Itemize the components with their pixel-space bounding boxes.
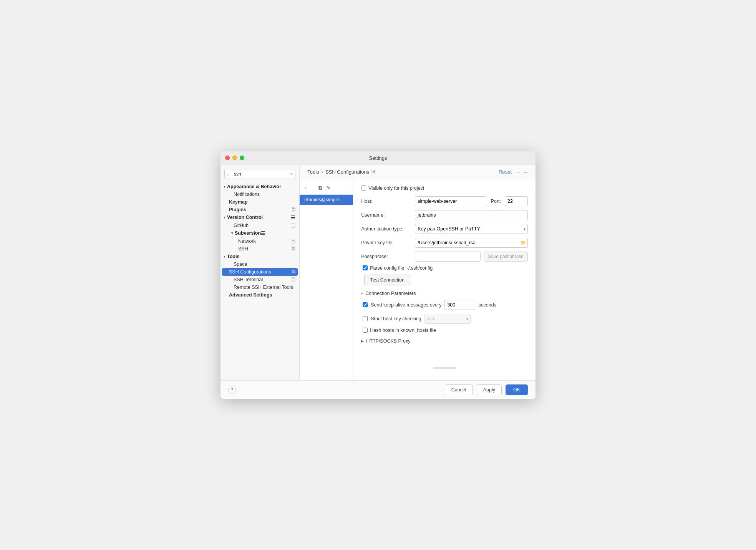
- test-connection-button[interactable]: Test Connection: [364, 275, 410, 285]
- settings-window: Settings ⌕ ✕ ▾ Appearance & Behavior Not…: [220, 151, 536, 399]
- main-panel: Tools › SSH Configurations ☰ Reset ← →: [300, 165, 536, 380]
- help-button[interactable]: ?: [228, 386, 236, 394]
- copy-button[interactable]: ⧉: [318, 184, 323, 192]
- username-row: Username:: [361, 210, 528, 220]
- keep-alive-checkbox[interactable]: [363, 302, 368, 307]
- apply-button[interactable]: Apply: [477, 384, 502, 395]
- visible-project-label: Visible only for this project: [368, 186, 424, 191]
- remove-button[interactable]: −: [310, 184, 315, 192]
- sidebar-item-advanced-settings[interactable]: Advanced Settings: [220, 291, 299, 299]
- footer-buttons: Cancel Apply OK: [445, 384, 528, 395]
- sidebar-item-tools[interactable]: ▾ Tools: [220, 253, 299, 260]
- strict-host-select-wrap: Ask No Yes: [424, 314, 471, 324]
- sidebar-item-appearance[interactable]: ▾ Appearance & Behavior: [220, 183, 299, 191]
- list-item[interactable]: jetbrains@simple...: [300, 195, 353, 205]
- keep-alive-row: Send keep-alive messages every seconds: [361, 300, 528, 310]
- traffic-lights: [225, 156, 244, 160]
- list-panel: + − ⧉ ✎ jetbrains@simple...: [300, 179, 353, 380]
- username-label: Username:: [361, 212, 415, 218]
- maximize-button[interactable]: [240, 156, 244, 160]
- hash-hosts-checkbox[interactable]: [363, 328, 368, 333]
- visible-project-checkbox[interactable]: [361, 186, 366, 191]
- private-key-input[interactable]: [415, 238, 528, 248]
- host-input[interactable]: [415, 196, 487, 206]
- sidebar-item-plugins[interactable]: Plugins ☰: [220, 206, 299, 214]
- chevron-down-icon: ▾: [224, 185, 225, 189]
- parse-config-label: Parse config file ~/.ssh/config: [370, 265, 433, 271]
- host-label: Host:: [361, 199, 415, 204]
- sidebar-item-version-control[interactable]: ▾ Version Control ☰: [220, 214, 299, 222]
- http-proxy-section[interactable]: ▶ HTTP/SOCKS Proxy: [361, 338, 528, 344]
- breadcrumb: Tools › SSH Configurations ☰: [307, 169, 376, 175]
- sidebar-item-space[interactable]: Space: [220, 260, 299, 268]
- github-settings-icon: ☰: [291, 223, 295, 228]
- ssh-sub-settings-icon: ☰: [291, 247, 295, 251]
- strict-host-select[interactable]: Ask No Yes: [424, 314, 471, 324]
- keep-alive-input[interactable]: [444, 300, 475, 310]
- sidebar-item-notifications[interactable]: Notifications: [220, 191, 299, 198]
- vc-settings-icon: ☰: [291, 215, 295, 220]
- parse-config-checkbox[interactable]: [363, 265, 368, 270]
- sidebar-item-ssh-configurations[interactable]: SSH Configurations ☰: [222, 268, 298, 276]
- search-icon: ⌕: [227, 172, 229, 176]
- sidebar-item-remote-ssh[interactable]: Remote SSH External Tools: [220, 283, 299, 291]
- add-button[interactable]: +: [303, 184, 308, 192]
- host-row: Host: Port:: [361, 196, 528, 206]
- ssh-config-settings-icon: ☰: [291, 270, 295, 274]
- section-chevron-icon: ▾: [361, 292, 363, 295]
- back-arrow[interactable]: ←: [516, 169, 521, 175]
- main-body: + − ⧉ ✎ jetbrains@simple... Visible only…: [300, 179, 536, 380]
- forward-arrow[interactable]: →: [522, 169, 528, 175]
- cancel-button[interactable]: Cancel: [445, 384, 473, 395]
- auth-type-select-wrap: Key pair OpenSSH or PuTTY Password OpenS…: [415, 224, 528, 234]
- connection-params-header[interactable]: ▾ Connection Parameters: [361, 291, 528, 296]
- sidebar-item-github[interactable]: GitHub ☰: [220, 222, 299, 229]
- auth-type-row: Authentication type: Key pair OpenSSH or…: [361, 224, 528, 234]
- chevron-down-icon-svn: ▾: [231, 231, 233, 235]
- private-key-file-row: 📁: [415, 238, 528, 248]
- sidebar-item-ssh-terminal[interactable]: SSH Terminal ☰: [220, 276, 299, 283]
- network-settings-icon: ☰: [291, 239, 295, 244]
- hash-hosts-row: Hash hosts in known_hosts file: [361, 328, 528, 333]
- titlebar: Settings: [220, 151, 536, 165]
- window-title: Settings: [369, 155, 387, 161]
- close-button[interactable]: [225, 156, 230, 160]
- plugins-settings-icon: ☰: [291, 207, 295, 212]
- scrollbar-area: [361, 367, 528, 369]
- sidebar: ⌕ ✕ ▾ Appearance & Behavior Notification…: [220, 165, 300, 380]
- sidebar-item-subversion[interactable]: ▾ Subversion ☰: [220, 229, 299, 237]
- visible-project-row: Visible only for this project: [361, 186, 528, 191]
- footer: ? Cancel Apply OK: [220, 380, 536, 399]
- ok-button[interactable]: OK: [506, 384, 528, 395]
- edit-button[interactable]: ✎: [325, 184, 332, 192]
- keep-alive-label: Send keep-alive messages every: [371, 302, 441, 308]
- sidebar-item-ssh-sub[interactable]: SSH ☰: [220, 245, 299, 253]
- minimize-button[interactable]: [232, 156, 237, 160]
- search-box: ⌕ ✕: [224, 169, 295, 179]
- passphrase-row: Passphrase: Save passphrase: [361, 252, 528, 262]
- list-toolbar: + − ⧉ ✎: [300, 182, 353, 195]
- sidebar-item-keymap[interactable]: Keymap: [220, 198, 299, 206]
- search-input[interactable]: [224, 169, 295, 179]
- auth-type-label: Authentication type:: [361, 226, 415, 232]
- port-input[interactable]: [505, 196, 528, 206]
- auth-type-select[interactable]: Key pair OpenSSH or PuTTY Password OpenS…: [415, 224, 528, 234]
- chevron-down-icon-tools: ▾: [224, 255, 225, 258]
- username-input[interactable]: [415, 210, 528, 220]
- breadcrumb-settings-icon: ☰: [371, 170, 376, 174]
- private-key-row: Private key file: 📁: [361, 238, 528, 248]
- reset-button[interactable]: Reset: [499, 169, 512, 175]
- sidebar-item-network[interactable]: Network ☰: [220, 237, 299, 245]
- file-browse-button[interactable]: 📁: [521, 240, 526, 245]
- passphrase-input[interactable]: [415, 252, 481, 262]
- horizontal-scrollbar[interactable]: [433, 367, 456, 369]
- clear-icon[interactable]: ✕: [290, 171, 293, 176]
- ssh-terminal-settings-icon: ☰: [291, 277, 295, 282]
- parse-config-row: Parse config file ~/.ssh/config: [361, 265, 528, 271]
- hash-hosts-label: Hash hosts in known_hosts file: [370, 328, 436, 333]
- main-header: Tools › SSH Configurations ☰ Reset ← →: [300, 165, 536, 179]
- nav-arrows: ← →: [516, 169, 528, 175]
- form-panel: Visible only for this project Host: Port…: [353, 179, 536, 380]
- save-passphrase-button[interactable]: Save passphrase: [484, 252, 528, 262]
- strict-host-checkbox[interactable]: [363, 316, 368, 321]
